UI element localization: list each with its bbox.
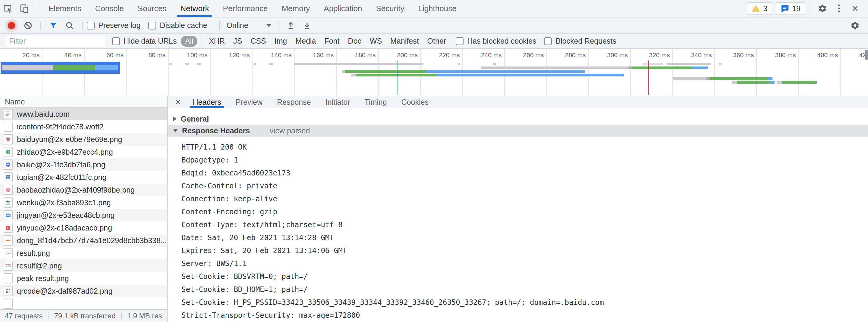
messages-badge[interactable]: 19	[776, 2, 805, 15]
filter-type-all[interactable]: All	[181, 36, 197, 47]
table-row[interactable]: yinyue@2x-c18adacacb.png	[0, 221, 167, 234]
waterfall-bar	[707, 77, 710, 80]
waterfall-bar	[673, 77, 707, 80]
filter-type-img[interactable]: Img	[275, 37, 287, 45]
table-row[interactable]: qrcode@2x-daf987ad02.png	[0, 285, 167, 297]
table-row[interactable]: zhidao@2x-e9b427ecc4.png	[0, 146, 167, 158]
hide-data-urls-checkbox[interactable]	[112, 37, 120, 45]
filter-type-manifest[interactable]: Manifest	[390, 37, 418, 45]
filter-funnel-icon[interactable]	[45, 22, 61, 30]
response-headers-section-header[interactable]: Response Headers view parsed	[167, 124, 868, 137]
tab-security[interactable]: Security	[374, 0, 406, 17]
waterfall-bar	[458, 63, 460, 65]
table-row[interactable]: jingyan@2x-e53eac48cb.png	[0, 209, 167, 221]
has-blocked-cookies-checkbox[interactable]	[456, 37, 464, 45]
search-icon[interactable]	[61, 21, 78, 30]
waterfall-bar	[692, 67, 708, 69]
table-row[interactable]: tupian@2x-482fc011fc.png	[0, 171, 167, 184]
overview-scrollbar-thumb[interactable]	[865, 50, 868, 60]
timeline-tick-label: 140 ms	[249, 51, 292, 59]
network-filter-input[interactable]	[5, 36, 105, 47]
record-button[interactable]	[8, 22, 15, 29]
filter-type-xhr[interactable]: XHR	[209, 37, 225, 45]
inspect-element-icon[interactable]	[0, 0, 16, 17]
table-row[interactable]: result@2.png	[0, 259, 167, 272]
filter-type-media[interactable]: Media	[296, 37, 316, 45]
domcontentloaded-marker	[398, 61, 398, 95]
detail-tab-headers[interactable]: Headers	[192, 96, 223, 108]
filter-type-ws[interactable]: WS	[370, 37, 382, 45]
waterfall-bar	[769, 81, 774, 84]
tabbar-right: 3 19 ×	[743, 0, 868, 17]
filter-type-font[interactable]: Font	[324, 37, 339, 45]
clear-icon[interactable]	[20, 21, 36, 30]
table-row[interactable]: 文wenku@2x-f3aba893c1.png	[0, 196, 167, 209]
timeline-tick-label: 120 ms	[207, 51, 250, 59]
tab-performance[interactable]: Performance	[221, 0, 270, 17]
table-row[interactable]: peak-result.png	[0, 272, 167, 285]
tab-console[interactable]: Console	[93, 0, 125, 17]
tab-application[interactable]: Application	[322, 0, 364, 17]
filter-type-doc[interactable]: Doc	[348, 37, 361, 45]
zhidao-icon	[4, 147, 13, 157]
close-devtools-icon[interactable]: ×	[847, 2, 863, 15]
table-row[interactable]: iconfont-9f2f4dde78.woff2	[0, 120, 167, 133]
more-options-icon[interactable]	[831, 4, 847, 13]
load-event-marker	[648, 61, 649, 95]
svg-text:文: 文	[6, 200, 10, 206]
waterfall-bar	[351, 74, 355, 76]
timeline-tick-label: 300 ms	[585, 51, 628, 59]
blocked-requests-checkbox[interactable]	[544, 37, 552, 45]
filter-type-css[interactable]: CSS	[250, 37, 266, 45]
table-row[interactable]: baobaozhidao@2x-af409f9dbe.png	[0, 184, 167, 196]
detail-tab-response[interactable]: Response	[276, 96, 312, 108]
detail-tab-preview[interactable]: Preview	[235, 96, 264, 108]
table-row[interactable]: baike@2x-1fe3db7fa6.png	[0, 158, 167, 171]
tab-network[interactable]: Network	[179, 0, 211, 17]
throttling-select[interactable]: Online	[224, 21, 273, 30]
export-har-icon[interactable]	[299, 21, 315, 30]
response-header-line: Content-Type: text/html;charset=utf-8	[181, 218, 868, 231]
network-overview-timeline[interactable]: 20 ms40 ms60 ms80 ms100 ms120 ms140 ms16…	[0, 49, 868, 96]
table-row[interactable]	[0, 297, 167, 309]
request-details-pane: × HeadersPreviewResponseInitiatorTimingC…	[167, 96, 868, 322]
table-row[interactable]: baiduyun@2x-e0be79e69e.png	[0, 133, 167, 146]
toggle-device-toolbar-icon[interactable]	[16, 0, 33, 17]
disable-cache-checkbox[interactable]	[148, 22, 156, 30]
tab-memory[interactable]: Memory	[280, 0, 312, 17]
timeline-tick-label: 320 ms	[627, 51, 670, 59]
filter-type-other[interactable]: Other	[427, 37, 446, 45]
view-parsed-link[interactable]: view parsed	[270, 127, 310, 135]
response-header-line: HTTP/1.1 200 OK	[181, 141, 868, 154]
table-row[interactable]: dong_8f1d47bcb77d74a1e029d8cbb3b338...	[0, 234, 167, 247]
detail-tab-initiator[interactable]: Initiator	[324, 96, 351, 108]
response-header-line: Bdqid: 0xbeca45ad0023e173	[181, 167, 868, 180]
tab-elements[interactable]: Elements	[47, 0, 83, 17]
table-row[interactable]: www.baidu.com	[0, 108, 167, 120]
qrcode-icon	[4, 286, 13, 296]
general-section-header[interactable]: General	[167, 113, 868, 124]
tab-sources[interactable]: Sources	[136, 0, 168, 17]
response-header-line: Expires: Sat, 20 Feb 2021 13:14:06 GMT	[181, 244, 868, 257]
tupian-icon	[4, 172, 13, 182]
import-har-icon[interactable]	[283, 21, 299, 30]
network-filter-bar: Hide data URLs All XHRJSCSSImgMediaFontD…	[0, 34, 868, 49]
response-headers-label: Response Headers	[182, 127, 250, 135]
detail-tab-timing[interactable]: Timing	[364, 96, 388, 108]
divider	[278, 21, 278, 30]
name-column-header[interactable]: Name	[0, 96, 167, 108]
filter-type-js[interactable]: JS	[233, 37, 242, 45]
network-settings-gear-icon[interactable]	[847, 21, 863, 30]
waterfall-bar	[269, 63, 273, 65]
tab-lighthouse[interactable]: Lighthouse	[416, 0, 458, 17]
request-count: 47 requests	[5, 312, 42, 320]
settings-gear-icon[interactable]	[814, 4, 831, 13]
close-details-icon[interactable]: ×	[170, 96, 186, 108]
preserve-log-label: Preserve log	[98, 21, 141, 30]
preserve-log-checkbox[interactable]	[87, 22, 95, 30]
waterfall-bar	[481, 67, 628, 69]
table-row[interactable]: result.png	[0, 247, 167, 259]
jingyan-icon	[4, 210, 13, 220]
detail-tab-cookies[interactable]: Cookies	[400, 96, 430, 108]
warnings-badge[interactable]: 3	[747, 2, 772, 15]
